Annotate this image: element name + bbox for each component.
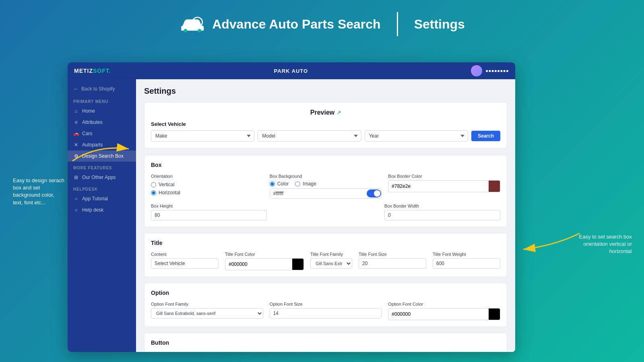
page-title: Settings xyxy=(144,86,507,96)
button-content-label: Content xyxy=(151,352,219,352)
svg-point-0 xyxy=(184,29,188,33)
sidebar-cars-label: Cars xyxy=(82,131,92,136)
preview-box: Preview ↗ Select Vehicle Make Model Year… xyxy=(144,102,507,148)
button-bg-group: Button Background xyxy=(262,352,341,352)
option-font-size-group: Option Font Size xyxy=(270,302,382,319)
title-font-weight-input[interactable] xyxy=(433,258,500,269)
title-font-weight-group: Title Font Weight xyxy=(433,252,500,269)
title-content-input[interactable] xyxy=(151,258,219,269)
topbar-logo: METIZSOFT. xyxy=(74,68,111,74)
sidebar-design-label: Design Search Box xyxy=(82,153,124,159)
option-section: Option Option Font Family Gill Sans Extr… xyxy=(144,283,507,327)
title-color-input[interactable] xyxy=(225,259,292,269)
color-radio[interactable] xyxy=(270,181,275,187)
helpdesk-icon: ○ xyxy=(73,207,79,213)
option-section-title: Option xyxy=(151,290,500,296)
horizontal-radio-label[interactable]: Horizontal xyxy=(151,190,263,195)
height-input[interactable] xyxy=(151,210,267,220)
button-font-color-label: Button Font Color xyxy=(347,352,426,352)
title-content-group: Content xyxy=(151,252,219,269)
horizontal-label: Horizontal xyxy=(159,190,180,195)
color-radio-label[interactable]: Color xyxy=(270,181,289,187)
bg-toggle[interactable] xyxy=(367,189,381,197)
cars-icon: 🚗 xyxy=(73,131,79,136)
border-width-group: Box Border Width xyxy=(384,204,500,220)
button-font-family-label: Button Font Family xyxy=(225,352,256,352)
horizontal-radio[interactable] xyxy=(151,190,156,195)
preview-search-button[interactable]: Search xyxy=(471,131,500,141)
border-color-swatch[interactable] xyxy=(489,181,500,192)
vertical-radio-label[interactable]: Vertical xyxy=(151,182,263,187)
svg-point-1 xyxy=(198,29,202,33)
option-font-size-input[interactable] xyxy=(270,308,382,319)
back-to-shopify[interactable]: ← Back to Shopify xyxy=(68,82,136,95)
sidebar-item-attributes[interactable]: ≡ Attributes xyxy=(68,117,136,128)
option-font-color-label: Option Font Color xyxy=(388,302,500,306)
sidebar-item-home[interactable]: ⌂ Home xyxy=(68,105,136,117)
orientation-label: Orientation xyxy=(151,174,263,179)
border-width-label: Box Border Width xyxy=(384,204,500,208)
window-body: ← Back to Shopify PRIMARY MENU ⌂ Home ≡ … xyxy=(68,79,515,352)
box-section-title: Box xyxy=(151,162,500,168)
sidebar-item-design-search-box[interactable]: ⚙ Design Search Box xyxy=(68,150,136,162)
app-header: Advance Auto Parts Search Settings xyxy=(0,0,644,44)
sidebar-item-autoparts[interactable]: ✕ Autoparts xyxy=(68,139,136,150)
title-content-label: Content xyxy=(151,252,219,257)
box-form-row-2: Box Height Box Border Width xyxy=(151,204,500,220)
external-link-icon[interactable]: ↗ xyxy=(337,110,341,115)
button-font-family-group: Button Font Family Gill Sans Extrabold, … xyxy=(225,352,256,352)
orientation-group: Orientation Vertical Horizontal xyxy=(151,174,263,195)
header-divider xyxy=(397,12,398,36)
button-font-size-group: Button Font Size xyxy=(433,352,500,352)
helpdesk-label: HELPDESK xyxy=(68,183,136,193)
store-name: PARK AUTO xyxy=(274,68,308,74)
vertical-radio[interactable] xyxy=(151,182,156,187)
bg-label: Box Background xyxy=(270,174,382,179)
option-font-family-select[interactable]: Gill Sans Extrabold, sans-serif xyxy=(151,308,263,319)
image-radio[interactable] xyxy=(295,181,300,187)
title-font-weight-label: Title Font Weight xyxy=(433,252,500,257)
border-color-input-group xyxy=(388,180,500,192)
color-label: Color xyxy=(277,181,289,187)
option-font-size-label: Option Font Size xyxy=(270,302,382,306)
box-form-row: Orientation Vertical Horizontal xyxy=(151,174,500,199)
image-label: Image xyxy=(303,181,316,187)
title-font-family-label: Title Font Family xyxy=(310,252,352,257)
sidebar-home-label: Home xyxy=(82,108,95,114)
option-form-row: Option Font Family Gill Sans Extrabold, … xyxy=(151,302,500,320)
image-radio-label[interactable]: Image xyxy=(295,181,316,187)
year-select[interactable]: Year xyxy=(365,130,468,142)
title-font-family-select[interactable]: Gill Sans Extrabold, sans-serif xyxy=(310,258,352,269)
title-form-row: Content Title Font Color Title Font Fami… xyxy=(151,252,500,270)
sidebar-item-cars[interactable]: 🚗 Cars xyxy=(68,128,136,139)
option-color-input-group xyxy=(388,308,500,320)
tutorial-icon: ○ xyxy=(73,196,79,202)
topbar-user: ●●●●●●●● xyxy=(471,65,509,76)
sidebar-autoparts-label: Autoparts xyxy=(82,142,103,148)
primary-menu-label: PRIMARY MENU xyxy=(68,95,136,105)
height-label: Box Height xyxy=(151,204,267,208)
model-select[interactable]: Model xyxy=(258,130,361,142)
option-font-family-label: Option Font Family xyxy=(151,302,263,306)
title-font-size-input[interactable] xyxy=(359,258,426,269)
border-color-input[interactable] xyxy=(388,181,489,191)
topbar: METIZSOFT. PARK AUTO ●●●●●●●● xyxy=(68,62,515,79)
callout-right: Easy to set search box orientation verti… xyxy=(576,233,632,255)
sidebar-item-app-tutorial[interactable]: ○ App Tutorial xyxy=(68,193,136,204)
title-color-swatch[interactable] xyxy=(292,259,303,270)
bg-color-input[interactable] xyxy=(270,189,367,198)
app-logo: Advance Auto Parts Search xyxy=(179,14,381,34)
option-color-input[interactable] xyxy=(388,309,489,319)
back-arrow-icon: ← xyxy=(73,86,79,92)
sidebar-item-helpdesk[interactable]: ○ Help desk xyxy=(68,204,136,216)
toggle-knob xyxy=(374,190,380,197)
sidebar-item-other-apps[interactable]: ⊞ Our Other Apps xyxy=(68,172,136,183)
option-color-swatch[interactable] xyxy=(489,309,500,320)
attributes-icon: ≡ xyxy=(73,119,79,125)
preview-title: Preview ↗ xyxy=(151,109,500,116)
make-select[interactable]: Make xyxy=(151,130,254,142)
button-section: Button Content Button Font Family Gill S… xyxy=(144,333,507,352)
border-width-input[interactable] xyxy=(384,210,500,220)
main-window: METIZSOFT. PARK AUTO ●●●●●●●● ← Back to … xyxy=(68,62,515,352)
button-bg-label: Button Background xyxy=(262,352,341,352)
